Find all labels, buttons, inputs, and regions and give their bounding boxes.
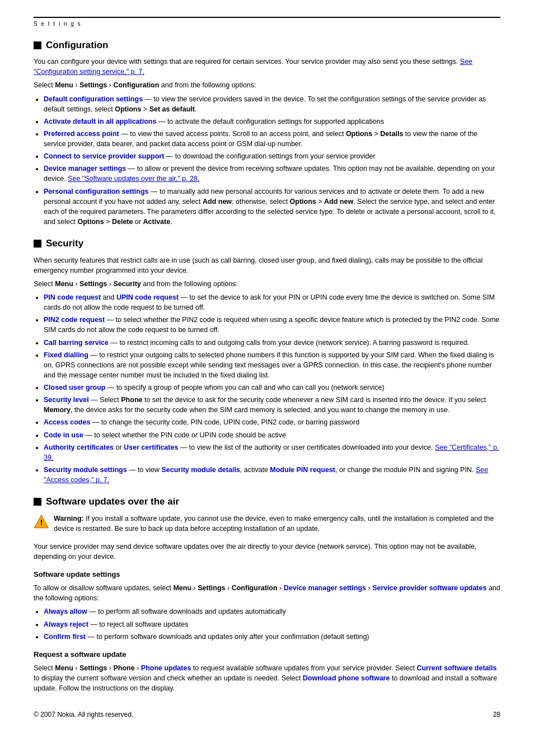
always-reject-link[interactable]: Always reject: [44, 620, 88, 628]
closed-user-group-link[interactable]: Closed user group: [44, 384, 105, 391]
list-item: Connect to service provider support — to…: [44, 151, 500, 161]
list-item: Closed user group — to specify a group o…: [44, 382, 500, 393]
list-item: Always allow — to perform all software d…: [44, 606, 500, 617]
security-title: Security: [46, 237, 83, 251]
download-phone-software-link[interactable]: Download phone software: [303, 674, 390, 682]
list-item: Security level — Select Phone to set the…: [44, 395, 500, 415]
list-item: Security module settings — to view Secur…: [44, 465, 500, 485]
preferred-access-link[interactable]: Preferred access point: [44, 130, 119, 138]
pin2-code-request-link[interactable]: PIN2 code request: [44, 316, 105, 324]
configuration-section-header: Configuration: [34, 39, 500, 53]
configuration-list: Default configuration settings — to view…: [44, 94, 500, 227]
security-intro: When security features that restrict cal…: [34, 255, 500, 276]
module-pin-request-link[interactable]: Module PIN request: [270, 466, 335, 474]
list-item: Always reject — to reject all software u…: [44, 619, 500, 629]
current-software-details-link[interactable]: Current software details: [416, 664, 496, 672]
warning-icon: !: [34, 514, 49, 530]
list-item: Authority certificates or User certifica…: [44, 442, 500, 463]
security-module-details-link[interactable]: Security module details: [161, 466, 240, 474]
software-updates-link[interactable]: See "Software updates over the air," p. …: [68, 175, 199, 183]
always-allow-link[interactable]: Always allow: [44, 608, 87, 615]
list-item: Default configuration settings — to view…: [44, 94, 500, 114]
list-item: Code in use — to select whether the PIN …: [44, 430, 500, 440]
access-codes-link[interactable]: Access codes: [44, 418, 90, 426]
software-updates-body: Your service provider may send device so…: [34, 542, 500, 562]
page-header-label: S e t t i n g s: [34, 20, 500, 29]
list-item: Personal configuration settings — to man…: [44, 186, 500, 227]
page-footer: © 2007 Nokia. All rights reserved. 28: [34, 710, 500, 720]
connect-service-link[interactable]: Connect to service provider support: [44, 152, 164, 160]
security-list: PIN code request and UPIN code request —…: [44, 292, 500, 485]
call-barring-link[interactable]: Call barring service: [44, 339, 109, 347]
software-update-settings-subtitle: Software update settings: [34, 570, 500, 580]
confirm-first-link[interactable]: Confirm first: [44, 633, 86, 641]
security-module-settings-link[interactable]: Security module settings: [44, 466, 127, 474]
list-item: Device manager settings — to allow or pr…: [44, 164, 500, 184]
software-update-settings-list: Always allow — to perform all software d…: [44, 606, 500, 641]
personal-config-link[interactable]: Personal configuration settings: [44, 188, 149, 195]
device-manager-settings-link[interactable]: Device manager settings: [284, 584, 366, 592]
security-level-link[interactable]: Security level: [44, 396, 89, 404]
configuration-section-icon: [34, 41, 41, 49]
warning-text: Warning: If you install a software updat…: [54, 514, 500, 534]
warning-box: ! Warning: If you install a software upd…: [34, 514, 500, 537]
software-updates-title: Software updates over the air: [46, 495, 179, 509]
list-item: Access codes — to change the security co…: [44, 417, 500, 427]
configuration-select-instruction: Select Menu › Settings › Configuration a…: [34, 80, 500, 90]
upin-code-request-link[interactable]: UPIN code request: [116, 293, 179, 301]
software-updates-section-header: Software updates over the air: [34, 495, 500, 509]
svg-text:!: !: [40, 518, 43, 527]
page-number: 28: [493, 710, 500, 720]
code-in-use-link[interactable]: Code in use: [44, 431, 83, 439]
fixed-dialling-link[interactable]: Fixed dialling: [44, 351, 88, 359]
copyright: © 2007 Nokia. All rights reserved.: [34, 710, 133, 720]
authority-certificates-link[interactable]: Authority certificates: [44, 444, 114, 451]
default-config-link[interactable]: Default configuration settings: [44, 95, 143, 103]
security-select-instruction: Select Menu › Settings › Security and fr…: [34, 279, 500, 289]
configuration-intro: You can configure your device with setti…: [34, 57, 500, 77]
list-item: Activate default in all applications — t…: [44, 116, 500, 127]
request-software-update-subtitle: Request a software update: [34, 650, 500, 660]
phone-updates-link[interactable]: Phone updates: [141, 664, 191, 672]
device-manager-link[interactable]: Device manager settings: [44, 165, 126, 172]
service-provider-software-link[interactable]: Service provider software updates: [372, 584, 486, 592]
user-certificates-link[interactable]: User certificates: [124, 444, 178, 451]
software-updates-section-icon: [34, 498, 41, 506]
request-software-update-body: Select Menu › Settings › Phone › Phone u…: [34, 663, 500, 693]
list-item: PIN code request and UPIN code request —…: [44, 292, 500, 312]
pin-code-request-link[interactable]: PIN code request: [44, 293, 101, 301]
security-section-icon: [34, 240, 41, 248]
list-item: Preferred access point — to view the sav…: [44, 129, 500, 149]
software-update-settings-intro: To allow or disallow software updates, s…: [34, 583, 500, 603]
activate-default-link[interactable]: Activate default in all applications: [44, 118, 156, 125]
list-item: Fixed dialling — to restrict your outgoi…: [44, 350, 500, 380]
list-item: PIN2 code request — to select whether th…: [44, 315, 500, 335]
security-section-header: Security: [34, 237, 500, 251]
list-item: Call barring service — to restrict incom…: [44, 338, 500, 348]
list-item: Confirm first — to perform software down…: [44, 632, 500, 642]
configuration-title: Configuration: [46, 39, 108, 53]
